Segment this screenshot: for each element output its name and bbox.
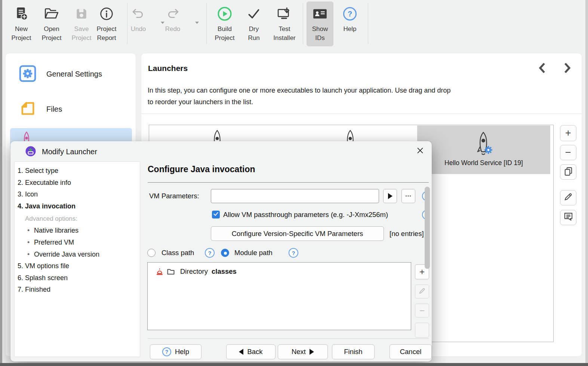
browse-button[interactable]: ... [401, 189, 415, 203]
launcher-cell-selected[interactable]: Hello World Service [ID 19] [417, 125, 550, 174]
open-project-label: Open Project [42, 25, 62, 43]
module-path-radio-selected[interactable] [221, 249, 229, 257]
module-path-help-icon[interactable]: ? [289, 248, 298, 258]
minus-icon: − [565, 148, 571, 158]
redo-button: Redo [158, 1, 187, 46]
edit-launcher-button[interactable] [560, 190, 576, 205]
bullet-icon: • [27, 226, 30, 235]
comment-icon [563, 212, 573, 224]
step-finished[interactable]: 7. Finished [18, 285, 50, 294]
dialog-title: Modify Launcher [42, 146, 97, 157]
header-divider [141, 114, 582, 114]
pencil-icon [563, 192, 573, 204]
folder-icon [166, 267, 175, 277]
info-circle-icon [99, 3, 114, 25]
remove-launcher-button[interactable]: − [560, 145, 576, 160]
chevron-left-icon [538, 62, 547, 76]
vm-parameters-help-icon[interactable]: ? [422, 191, 425, 201]
new-project-button[interactable]: New Project [6, 1, 37, 46]
launcher-name: Hello World Service [ID 19] [417, 159, 550, 167]
next-step-button[interactable] [562, 62, 573, 76]
step-executable-info[interactable]: 2. Executable info [18, 178, 71, 187]
version-specific-row: Configure Version-Specific VM Parameters… [147, 226, 425, 241]
step-icon[interactable]: 3. Icon [18, 190, 38, 199]
save-project-icon [75, 3, 88, 25]
redo-dropdown-arrow[interactable] [195, 22, 199, 24]
minus-icon: − [419, 305, 425, 316]
next-button-label: Next [292, 348, 306, 356]
step-native-libraries[interactable]: Native libraries [34, 226, 78, 235]
step-splash-screen[interactable]: 6. Splash screen [18, 273, 68, 282]
new-project-label: New Project [12, 25, 31, 43]
wizard-steps-panel: 1. Select type 2. Executable info 3. Ico… [14, 161, 140, 357]
toolbar-separator [303, 3, 303, 44]
close-icon [416, 146, 424, 156]
build-project-label: Build Project [215, 25, 235, 43]
pencil-icon [418, 286, 426, 297]
help-button[interactable]: ? Help [336, 1, 364, 46]
build-project-button[interactable]: Build Project [209, 1, 240, 46]
window-border-left [0, 0, 2, 363]
build-play-icon [217, 3, 233, 25]
back-button[interactable]: Back [226, 344, 275, 359]
class-path-help-icon[interactable]: ? [205, 248, 215, 258]
plus-icon: + [419, 267, 425, 277]
insert-variable-button[interactable] [383, 189, 397, 203]
class-path-label[interactable]: Class path [161, 248, 194, 257]
heading-divider [148, 182, 429, 183]
finish-button[interactable]: Finish [332, 344, 375, 359]
step-preferred-vm[interactable]: Preferred VM [34, 238, 74, 247]
open-project-button[interactable]: Open Project [37, 1, 67, 46]
step-vm-options-file[interactable]: 5. VM options file [18, 261, 69, 270]
checkmark-icon [247, 3, 261, 25]
play-triangle-icon [388, 193, 392, 199]
step-override-java-version[interactable]: Override Java version [34, 250, 99, 259]
dry-run-label: Dry Run [248, 25, 259, 43]
dialog-scrollbar-thumb[interactable] [425, 187, 430, 269]
passthrough-help-icon[interactable]: ? [422, 210, 425, 220]
entry-name: classes [212, 266, 237, 277]
add-launcher-button[interactable]: + [560, 125, 576, 141]
vm-parameters-input[interactable] [211, 189, 379, 203]
configure-version-specific-button[interactable]: Configure Version-Specific VM Parameters [211, 226, 384, 241]
files-icon [19, 100, 36, 117]
module-path-entry[interactable]: Directory classes [148, 266, 411, 277]
redo-icon [166, 3, 180, 25]
help-question-icon: ? [343, 3, 357, 25]
app-window: New Project Open Project Save Project Pr… [0, 0, 588, 366]
sidebar-item-general-settings[interactable]: General Settings [46, 70, 102, 78]
dry-run-button[interactable]: Dry Run [240, 1, 268, 46]
next-button[interactable]: Next [278, 344, 328, 359]
new-project-icon [14, 3, 28, 25]
cancel-button[interactable]: Cancel [390, 344, 432, 359]
edit-entry-button [415, 285, 429, 298]
close-dialog-button[interactable] [416, 147, 425, 156]
module-path-label[interactable]: Module path [234, 248, 273, 257]
general-settings-gear-icon [19, 65, 36, 82]
show-ids-label: Show IDs [312, 25, 328, 43]
step-java-invocation-current[interactable]: 4. Java invocation [18, 202, 76, 211]
passthrough-label: Allow VM passthrough parameters (e.g. -J… [223, 210, 388, 220]
passthrough-checkbox[interactable] [212, 211, 220, 218]
project-report-button[interactable]: Project Report [90, 1, 123, 46]
comment-launcher-button[interactable] [560, 210, 576, 225]
test-installer-button[interactable]: Test Installer [268, 1, 301, 46]
previous-step-button[interactable] [536, 62, 548, 76]
sidebar-item-files[interactable]: Files [46, 105, 62, 114]
chevron-right-icon [563, 62, 572, 76]
version-specific-status: [no entries] [390, 226, 424, 241]
advanced-options-header: Advanced options: [25, 214, 77, 223]
back-triangle-icon [239, 349, 243, 355]
undo-button: Undo [124, 1, 153, 46]
finish-button-label: Finish [344, 348, 362, 356]
window-border-bottom [0, 363, 588, 366]
toolbar-separator [206, 3, 207, 44]
id-card-icon [312, 3, 328, 25]
window-border-right [585, 0, 588, 363]
copy-launcher-button[interactable] [560, 164, 576, 180]
show-ids-toggle[interactable]: Show IDs [307, 1, 333, 46]
class-path-radio[interactable] [147, 249, 156, 257]
dialog-help-button[interactable]: ? Help [150, 344, 201, 359]
step-select-type[interactable]: 1. Select type [18, 166, 58, 175]
dialog-heading: Configure Java invocation [148, 164, 255, 174]
